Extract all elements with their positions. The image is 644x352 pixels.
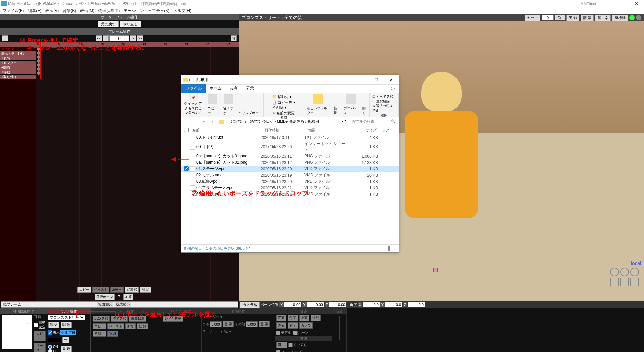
share-tab[interactable]: 共有 <box>226 84 242 93</box>
history-button[interactable]: ▾ <box>200 118 208 125</box>
physics-button[interactable]: 物 理 <box>107 331 118 337</box>
view-tab[interactable]: 表示 <box>242 84 258 93</box>
color-swatch[interactable] <box>48 338 61 342</box>
show-checkbox[interactable] <box>48 330 52 335</box>
add-button[interactable]: 加算 <box>125 323 136 329</box>
frame-next-button[interactable]: > <box>130 35 136 41</box>
file-row[interactable]: 02.モデル.vmd2020/05/16 23:19VMD ファイル20 KB <box>181 172 399 178</box>
rotate-y-icon[interactable] <box>620 268 629 276</box>
rotate-z-icon[interactable] <box>630 268 639 276</box>
frame-prev-button[interactable]: < <box>103 35 109 41</box>
file-row[interactable]: 0a.【sample】カット02.png2020/05/16 23:12PNG … <box>181 159 399 166</box>
rename-button[interactable]: ✎ 名前の変更 <box>272 111 295 116</box>
framestop-checkbox[interactable] <box>276 350 280 352</box>
pos-z-value[interactable]: 0.00 <box>329 302 346 307</box>
ang-x-value[interactable]: 0.0 <box>363 302 380 307</box>
track-label[interactable]: +取り付け <box>0 75 36 79</box>
exp-minimize-button[interactable]: — <box>354 75 369 85</box>
up-button[interactable]: ↑ <box>209 118 216 125</box>
curve-editor[interactable] <box>2 315 32 349</box>
camview-button[interactable]: カメラ <box>299 322 313 329</box>
calc-button[interactable]: 加算 <box>123 294 133 300</box>
file-row[interactable]: 03.紙袋.vpd2020/05/16 23:20VPD ファイル1 KB <box>181 178 399 185</box>
rotate-x-icon[interactable] <box>610 268 619 276</box>
pin-icon[interactable]: 📌 <box>189 94 198 101</box>
mme-effect-label[interactable]: MMEffect <box>581 2 596 6</box>
mayu-input[interactable] <box>210 321 222 327</box>
menu-edit[interactable]: 編集(E) <box>28 8 41 14</box>
view-tiles-icon[interactable] <box>389 246 396 251</box>
go-button[interactable]: Go <box>555 15 565 20</box>
col-date[interactable]: 日付時刻 <box>262 126 306 134</box>
move-x-icon[interactable] <box>610 278 619 286</box>
init-button[interactable]: 初期化 <box>93 331 106 337</box>
selinv-button[interactable]: ⇅ 選択の切り替え <box>372 104 396 113</box>
file-row[interactable]: 01.ステージ.vpd2020/05/16 23:20VPD ファイル1 KB <box>181 166 399 172</box>
info-button[interactable]: 情 報 <box>581 15 594 21</box>
help-icon[interactable]: ⓘ <box>387 85 399 93</box>
redo-button[interactable]: やり直し <box>120 21 141 27</box>
minimize-button[interactable]: — <box>599 0 614 7</box>
close-button[interactable]: ✕ <box>629 0 644 7</box>
undo-button[interactable]: 元に戻す <box>98 21 119 27</box>
menu-view[interactable]: 表示(V) <box>45 8 59 14</box>
copy-button[interactable]: コピー <box>77 287 91 293</box>
on-radio[interactable] <box>48 345 52 349</box>
load-button[interactable]: 読 込 <box>48 322 59 328</box>
track-label[interactable]: +関節 <box>0 65 36 70</box>
search-icon[interactable] <box>636 15 641 20</box>
file-checkbox[interactable] <box>184 166 189 171</box>
other-reg-button[interactable]: 登 録 <box>259 321 270 327</box>
maximize-button[interactable]: ☐ <box>614 0 629 7</box>
set-input[interactable] <box>542 15 554 20</box>
front-button[interactable]: 正面 <box>276 315 286 321</box>
model-delete-button[interactable]: 削 除 <box>61 322 72 328</box>
coord-button[interactable]: 座標軸 <box>612 15 628 21</box>
outer-button[interactable]: 外 <box>62 337 69 343</box>
bone-reg-button[interactable]: 登 録 <box>137 323 148 329</box>
track-label[interactable]: +移動 <box>0 70 36 75</box>
menu-physics[interactable]: 物理演算(P) <box>98 8 120 14</box>
shadow-button[interactable]: 美 影 <box>566 15 579 21</box>
paste-button[interactable]: ペースト <box>92 287 109 293</box>
file-tab[interactable]: ファイル <box>181 84 206 93</box>
plus-icon[interactable] <box>629 15 635 20</box>
repeat-checkbox[interactable] <box>288 343 293 347</box>
frame-first-button[interactable]: |< <box>2 35 8 41</box>
moveto-button[interactable]: 📁 移動先 ▾ <box>272 94 296 99</box>
file-row[interactable]: 00.トリセツ.txt2020/05/17 0:11TXT ファイル4 KB <box>181 134 399 141</box>
bone-paste-button[interactable]: ペースト <box>107 323 124 329</box>
track-label[interactable]: +センター <box>0 61 36 65</box>
camera-mode-button[interactable]: カメラ編 <box>240 302 260 308</box>
selfshadow-label[interactable]: セルフ影 <box>60 330 76 335</box>
selall-button[interactable]: ☑ すべて選択 <box>372 94 393 99</box>
mayu-reg-button[interactable]: 登 録 <box>223 321 234 327</box>
off-radio[interactable] <box>48 349 52 352</box>
col-tag[interactable]: タグ <box>379 126 392 134</box>
frame-input[interactable] <box>109 35 129 41</box>
delete-button[interactable]: 削 除 <box>140 287 151 293</box>
vsel-button[interactable]: 縦選択 <box>125 287 139 293</box>
track-label[interactable]: +表情 <box>0 56 36 61</box>
col-type[interactable]: 種類 <box>306 126 353 134</box>
play-button[interactable]: 再 生 <box>276 342 287 348</box>
menu-bg[interactable]: 背景(B) <box>63 8 76 14</box>
selclear-button[interactable]: ☐ 選択解除 <box>372 99 390 104</box>
file-row[interactable]: 0a.【sample】カット01.png2020/05/16 23:11PNG … <box>181 153 399 159</box>
model-checkbox[interactable] <box>276 331 280 335</box>
other-input[interactable] <box>246 321 258 327</box>
menu-help[interactable]: ヘルプ(H) <box>173 8 191 14</box>
frame-prev2-button[interactable]: << <box>96 35 102 41</box>
zoom-button[interactable]: 拡大縮小 <box>115 301 131 307</box>
paste-curve-button[interactable]: ペースト <box>34 343 46 352</box>
move-z-icon[interactable] <box>630 278 639 286</box>
back-button[interactable]: ← <box>183 118 190 125</box>
frame-last-button[interactable]: >| <box>231 35 237 41</box>
copyto-button[interactable]: 📋 コピー先 ▾ <box>272 100 296 105</box>
search-input[interactable]: 配布用の検索🔍 <box>351 118 397 125</box>
ang-y-value[interactable]: 0.0 <box>385 302 402 307</box>
menu-mocap[interactable]: モーションキャプチャ(K) <box>124 8 169 14</box>
copy-icon[interactable] <box>208 94 217 104</box>
paste-icon[interactable] <box>224 94 233 104</box>
eco-button[interactable]: 省エネ <box>595 15 611 21</box>
